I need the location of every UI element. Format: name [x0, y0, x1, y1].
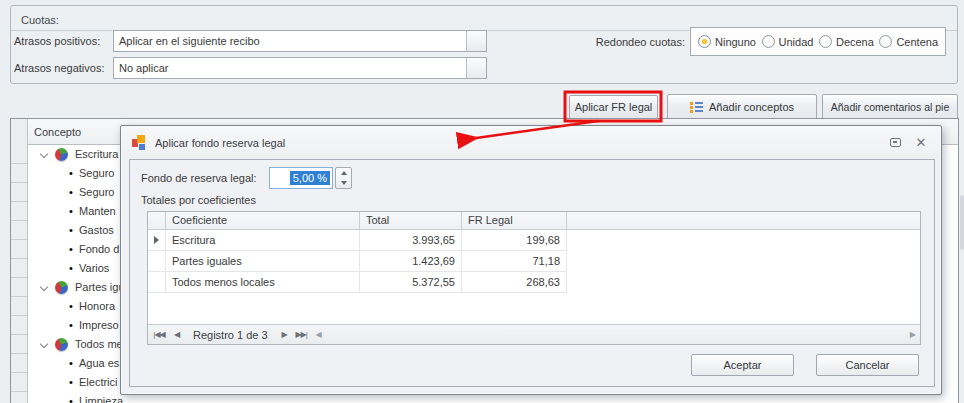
atrasos-positivos-value: Aplicar en el siguiente recibo [114, 35, 466, 47]
row-header-column [11, 119, 28, 403]
radio-centena[interactable]: Centena [879, 35, 938, 48]
bullet-icon: • [69, 259, 73, 278]
pie-chart-icon [55, 148, 68, 161]
radio-icon [762, 35, 775, 48]
tree-item-label: Varios [79, 259, 109, 278]
cuotas-group-title: Cuotas: [21, 10, 59, 30]
atrasos-positivos-combo[interactable]: Aplicar en el siguiente recibo [113, 30, 487, 52]
grid-record-navigator: |◀◀ ◀ Registro 1 de 3 ▶ ▶▶| ◀ ▶ [148, 324, 920, 344]
dropdown-arrow-icon[interactable] [466, 31, 486, 51]
cell-total: 1.423,69 [360, 251, 462, 272]
radio-icon [879, 35, 892, 48]
cancelar-button[interactable]: Cancelar [816, 354, 919, 376]
fondo-reserva-spinner[interactable] [335, 167, 352, 189]
nav-prev-icon[interactable]: ◀ [168, 327, 185, 343]
atrasos-positivos-label: Atrasos positivos: [14, 30, 100, 52]
nav-next-icon[interactable]: ▶ [276, 327, 293, 343]
anadir-conceptos-button[interactable]: Añadir conceptos [667, 94, 817, 120]
tree-item-label: Seguro [79, 164, 114, 183]
totales-coeficientes-label: Totales por coeficientes [141, 190, 256, 210]
chevron-down-icon[interactable] [40, 283, 48, 291]
dialog-title: Aplicar fondo reserva legal [155, 137, 878, 149]
row-indicator-cell [148, 251, 166, 272]
cell-coeficiente: Partes iguales [166, 251, 360, 272]
list-icon [690, 102, 703, 113]
nav-last-icon[interactable]: ▶▶| [293, 327, 310, 343]
tree-item-label: Electrici [79, 373, 118, 392]
pager-text: Registro 1 de 3 [185, 329, 276, 341]
cell-total: 3.993,65 [360, 230, 462, 251]
header-filler-cell [567, 212, 920, 230]
radio-selected-icon [698, 35, 711, 48]
tree-item-label: Agua es [79, 354, 119, 373]
window-close-button[interactable]: ✕ [912, 135, 930, 151]
window-collapse-button[interactable] [886, 135, 904, 151]
row-indicator-cell [148, 272, 166, 293]
dropdown-arrow-icon[interactable] [466, 58, 486, 78]
tree-item-label: Impreso [79, 316, 119, 335]
spin-down-icon[interactable] [336, 178, 351, 188]
aceptar-label: Aceptar [724, 359, 762, 371]
grid-header-row: Coeficiente Total FR Legal [148, 212, 920, 230]
tree-item-label: Fondo d [79, 240, 119, 259]
scroll-left-icon[interactable]: ◀ [316, 330, 322, 339]
redondeo-cuotas-label: Redondeo cuotas: [545, 31, 685, 53]
row-header-lines [11, 145, 27, 403]
vertical-scrollbar-thumb[interactable] [960, 195, 964, 250]
tree-item-label: Honora [79, 297, 115, 316]
row-indicator-cell [148, 230, 166, 251]
aplicar-fr-legal-button[interactable]: Aplicar FR legal [569, 95, 658, 119]
bullet-icon: • [69, 316, 73, 335]
radio-centena-label: Centena [896, 36, 938, 48]
radio-decena-label: Decena [836, 36, 874, 48]
radio-decena[interactable]: Decena [819, 35, 874, 48]
cell-coeficiente: Todos menos locales [166, 272, 360, 293]
anadir-comentarios-label: Añadir comentarios al pie [831, 101, 949, 113]
radio-ninguno[interactable]: Ninguno [698, 35, 756, 48]
pie-chart-icon [55, 281, 68, 294]
column-header-coeficiente[interactable]: Coeficiente [166, 212, 360, 230]
cell-total: 5.372,55 [360, 272, 462, 293]
bullet-icon: • [69, 373, 73, 392]
scroll-right-icon[interactable]: ▶ [910, 330, 916, 339]
radio-ninguno-label: Ninguno [715, 36, 756, 48]
window-collapse-icon [890, 138, 901, 147]
tree-item-label: Seguro [79, 183, 114, 202]
bullet-icon: • [69, 297, 73, 316]
dialog-titlebar[interactable]: Aplicar fondo reserva legal ✕ [122, 127, 940, 158]
tree-item-label: Gastos [79, 221, 114, 240]
aceptar-button[interactable]: Aceptar [691, 354, 794, 376]
atrasos-negativos-combo[interactable]: No aplicar [113, 57, 487, 79]
radio-unidad[interactable]: Unidad [762, 35, 814, 48]
row-indicator-icon [154, 236, 159, 244]
grid-row-todos-menos-locales[interactable]: Todos menos locales 5.372,55 268,63 [148, 272, 920, 293]
column-header-fr-legal[interactable]: FR Legal [462, 212, 567, 230]
cell-fr-legal: 199,68 [462, 230, 567, 251]
fondo-reserva-value: 5,00 % [290, 171, 330, 185]
tree-item-label: Manten [79, 202, 116, 221]
bullet-icon: • [69, 164, 73, 183]
anadir-comentarios-button[interactable]: Añadir comentarios al pie [822, 94, 958, 120]
bullet-icon: • [69, 240, 73, 259]
cell-fr-legal: 268,63 [462, 272, 567, 293]
grid-row-partes-iguales[interactable]: Partes iguales 1.423,69 71,18 [148, 251, 920, 272]
bullet-icon: • [69, 392, 73, 403]
chevron-down-icon[interactable] [40, 150, 48, 158]
app-window: Cuotas: Atrasos positivos: Aplicar en el… [0, 0, 964, 403]
coeficientes-grid: Coeficiente Total FR Legal Escritura 3.9… [147, 211, 921, 345]
cell-coeficiente: Escritura [166, 230, 360, 251]
pie-chart-icon [55, 338, 68, 351]
header-indicator-cell [148, 212, 166, 230]
atrasos-negativos-value: No aplicar [114, 62, 466, 74]
column-header-total[interactable]: Total [360, 212, 462, 230]
aplicar-fondo-reserva-dialog: Aplicar fondo reserva legal ✕ Fondo de r… [120, 125, 942, 395]
fondo-reserva-input[interactable]: 5,00 % [269, 167, 333, 189]
nav-first-icon[interactable]: |◀◀ [151, 327, 168, 343]
grid-row-escritura[interactable]: Escritura 3.993,65 199,68 [148, 230, 920, 251]
tree-item-label: Limpieza [79, 392, 123, 403]
chevron-down-icon[interactable] [40, 340, 48, 348]
spin-up-icon[interactable] [336, 168, 351, 178]
window-close-icon: ✕ [916, 136, 927, 149]
radio-icon [819, 35, 832, 48]
fondo-reserva-label: Fondo de reserva legal: [141, 168, 257, 188]
